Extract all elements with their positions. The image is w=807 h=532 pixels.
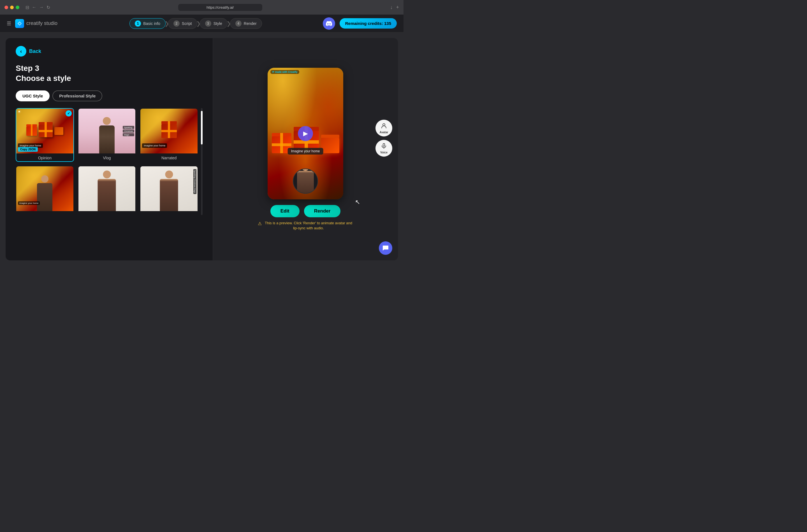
hamburger-menu-icon[interactable]: ☰ — [7, 20, 11, 26]
logo-icon — [15, 19, 24, 28]
back-button[interactable]: ‹ Back — [16, 46, 203, 57]
new-tab-icon[interactable]: + — [396, 4, 399, 11]
preview-controls: Edit Render — [270, 205, 341, 217]
discord-button[interactable] — [323, 17, 335, 30]
sidebar-toggle-icon[interactable]: ⊟ — [25, 5, 29, 10]
traffic-lights — [4, 6, 19, 9]
svg-point-0 — [383, 124, 385, 126]
style-card-4[interactable]: Imagine your home — [16, 166, 74, 215]
step-3-number: 3 — [205, 20, 211, 26]
render-button[interactable]: Render — [304, 205, 341, 217]
tab-ugc-style[interactable]: UGC Style — [16, 91, 50, 101]
step-4[interactable]: 4 Render — [230, 18, 262, 29]
style-card-6[interactable]: Sparkling Christmas Magic — [140, 166, 198, 215]
card-6-image: Sparkling Christmas Magic — [140, 166, 198, 211]
step-1-number: 1 — [135, 20, 141, 26]
avatar-circle — [293, 169, 318, 194]
browser-navigation: ⊟ ← → ↻ — [25, 5, 50, 10]
minimize-button[interactable] — [10, 6, 14, 9]
avatar-icon — [381, 122, 387, 130]
style-tabs: UGC Style Professional Style — [16, 91, 203, 101]
tab-professional-style[interactable]: Professional Style — [52, 91, 102, 101]
card-4-image: Imagine your home — [16, 166, 73, 211]
card-5-image — [78, 166, 135, 211]
step-4-number: 4 — [235, 20, 241, 26]
vlog-text-overlay: Sparkling Christmas Magic — [123, 126, 134, 136]
step-heading: Step 3 Choose a style — [16, 63, 203, 84]
url-bar: https://creatify.ai/ — [54, 4, 387, 11]
style-grid: ✓ Imagine your home Copy JSON Opinion Sp… — [16, 108, 198, 215]
copy-json-label[interactable]: Copy JSON — [18, 147, 38, 152]
back-nav-icon[interactable]: ← — [32, 5, 36, 10]
chat-button[interactable] — [379, 241, 392, 255]
phone-text-label: Imagine your home — [288, 148, 323, 155]
url-input[interactable]: https://creatify.ai/ — [178, 4, 262, 11]
notice-text: This is a preview. Click 'Render' to ani… — [264, 221, 353, 231]
vlog-card-name: Vlog — [78, 153, 135, 161]
step-2-label: Script — [182, 21, 192, 26]
card4-bg: Imagine your home — [16, 166, 73, 211]
maximize-button[interactable] — [16, 6, 19, 9]
phone-top-overlay: ⟳ made with Creatify — [270, 70, 299, 74]
vlog-bg: Sparkling Christmas Magic — [78, 109, 135, 153]
forward-nav-icon[interactable]: → — [39, 5, 44, 10]
step-2-number: 2 — [173, 20, 180, 26]
step-3[interactable]: 3 Style — [200, 18, 227, 29]
right-panel: Avatar Voice ⟳ made with Creatify — [213, 38, 398, 260]
refresh-icon[interactable]: ↻ — [47, 5, 50, 10]
header-right: Remaining credits: 135 — [323, 17, 397, 30]
voice-icon — [381, 142, 387, 150]
edit-button[interactable]: Edit — [270, 205, 299, 217]
scrollbar[interactable] — [201, 108, 203, 215]
step-4-label: Render — [244, 21, 257, 26]
voice-button[interactable]: Voice — [375, 140, 392, 156]
avatar-person-head — [301, 169, 309, 171]
logo-text: creatify studio — [26, 20, 57, 26]
back-circle-icon: ‹ — [16, 46, 26, 57]
preview-notice: ⚠ This is a preview. Click 'Render' to a… — [258, 221, 353, 231]
step-1[interactable]: 1 Basic info — [129, 18, 166, 29]
step-1-label: Basic info — [143, 21, 160, 26]
narrated-text-overlay: Imagine your home — [142, 144, 167, 148]
vlog-person-head — [103, 117, 111, 125]
card-5-name — [78, 211, 135, 214]
cursor: ↖ — [355, 198, 360, 206]
left-panel: ‹ Back Step 3 Choose a style UGC Style P… — [6, 38, 213, 260]
style-card-narrated[interactable]: Imagine your home Narrated — [140, 108, 198, 162]
voice-label: Voice — [380, 151, 387, 154]
app-header: ☰ creatify studio 1 Basic info ❯ 2 Scrip… — [0, 15, 403, 33]
credits-button[interactable]: Remaining credits: 135 — [340, 18, 397, 28]
selected-check-icon: ✓ — [66, 110, 72, 116]
style-card-vlog[interactable]: Sparkling Christmas Magic Vlog — [78, 108, 136, 162]
style-card-opinion[interactable]: ✓ Imagine your home Copy JSON Opinion — [16, 108, 74, 162]
step-3-label: Style — [214, 21, 222, 26]
step-arrow-3: ❯ — [226, 20, 231, 27]
avatar-button[interactable]: Avatar — [375, 119, 392, 136]
style-grid-wrapper: ✓ Imagine your home Copy JSON Opinion Sp… — [16, 108, 203, 215]
svg-rect-1 — [383, 144, 385, 146]
step-arrow-1: ❯ — [164, 20, 169, 27]
close-button[interactable] — [4, 6, 8, 9]
narrated-card-image: Imagine your home — [140, 109, 198, 153]
vlog-card-image: Sparkling Christmas Magic — [78, 109, 135, 153]
made-with-creatify-logo: ⟳ made with Creatify — [270, 70, 299, 74]
download-icon[interactable]: ↓ — [390, 4, 392, 11]
preview-phone: ⟳ made with Creatify — [268, 68, 343, 200]
avatar-person-body — [297, 171, 314, 193]
opinion-card-image: ✓ Imagine your home Copy JSON — [16, 109, 73, 153]
card-6-name — [140, 211, 198, 214]
play-button[interactable]: ▶ — [298, 126, 313, 141]
style-card-5[interactable] — [78, 166, 136, 215]
steps-nav: 1 Basic info ❯ 2 Script ❯ 3 Style ❯ 4 Re… — [69, 18, 323, 29]
card-4-name — [16, 211, 73, 214]
step-arrow-2: ❯ — [196, 20, 201, 27]
scrollbar-thumb — [201, 111, 203, 145]
step-2[interactable]: 2 Script — [168, 18, 197, 29]
logo: creatify studio — [15, 19, 57, 28]
narrated-card-name: Narrated — [140, 153, 198, 161]
main-content: ‹ Back Step 3 Choose a style UGC Style P… — [6, 38, 398, 260]
browser-right-controls: ↓ + — [390, 4, 399, 11]
back-text: Back — [29, 49, 41, 54]
browser-chrome: ⊟ ← → ↻ https://creatify.ai/ ↓ + — [0, 0, 403, 15]
side-buttons: Avatar Voice — [375, 119, 392, 156]
